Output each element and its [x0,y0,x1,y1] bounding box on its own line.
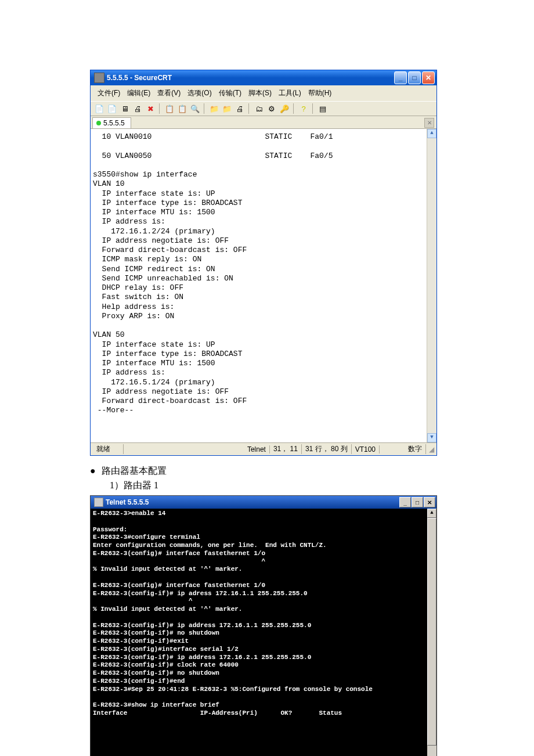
statusbar: 就绪 Telnet 31， 11 31 行， 80 列 VT100 数字 ◢ [91,442,436,455]
status-pos: 31， 11 [270,444,302,454]
minimize-button[interactable]: _ [394,71,407,84]
doc-num-text: 1）路由器 1 [110,480,158,490]
scrollbar[interactable]: ▲▼ [427,129,436,442]
status-ins: 数字 [405,444,426,454]
tb-cancel-icon[interactable]: ✖ [145,103,156,114]
app-icon [94,73,104,83]
tb-session-icon[interactable]: 📁 [209,103,219,114]
scroll-up-icon[interactable]: ▲ [427,129,436,138]
separator-icon [159,103,161,114]
menu-options[interactable]: 选项(O) [184,87,215,99]
tab-label: 5.5.5.5 [103,119,125,127]
tb-key-icon[interactable]: 🔑 [279,103,290,114]
menu-script[interactable]: 脚本(S) [245,87,275,99]
telnet-text: E-R2632-3>enable 14 Password: E-R2632-3#… [93,510,373,717]
tb-disconnect-icon[interactable]: 🖨 [132,103,143,114]
telnet-close-button[interactable]: ✕ [424,497,435,507]
tb-copy-icon[interactable]: 📋 [164,103,175,114]
telnet-terminal[interactable]: E-R2632-3>enable 14 Password: E-R2632-3#… [91,509,436,756]
scroll-up-icon[interactable]: ▲ [427,509,436,518]
doc-bullet-text: 路由器基本配置 [102,466,167,476]
tb-options-icon[interactable]: 📁 [222,103,232,114]
telnet-title: Telnet 5.5.5.5 [106,498,399,506]
separator-icon [293,103,295,114]
tab-close-icon[interactable]: ✕ [424,118,434,128]
menu-view[interactable]: 查看(V) [154,87,184,99]
tb-paste-icon[interactable]: 📋 [177,103,187,114]
menu-help[interactable]: 帮助(H) [305,87,335,99]
separator-icon [248,103,250,114]
scroll-thumb[interactable] [427,518,436,746]
menu-edit[interactable]: 编辑(E) [124,87,154,99]
tb-extra-icon[interactable]: ▤ [317,103,328,114]
telnet-minimize-button[interactable]: _ [399,497,411,507]
telnet-maximize-button[interactable]: □ [412,497,423,507]
menu-file[interactable]: 文件(F) [94,87,124,99]
terminal-output[interactable]: 10 VLAN0010 STATIC Fa0/1 50 VLAN0050 STA… [91,128,436,442]
tb-find-icon[interactable]: 🔍 [190,103,200,114]
status-ready: 就绪 [93,444,124,454]
toolbar: 📄 📄 🖥 🖨 ✖ 📋 📋 🔍 📁 📁 🖨 🗂 ⚙ 🔑 ? ▤ [91,101,436,116]
tb-connect-icon[interactable]: 📄 [94,103,104,114]
menu-tools[interactable]: 工具(L) [275,87,305,99]
titlebar[interactable]: 5.5.5.5 - SecureCRT _ □ ✕ [91,70,436,85]
doc-bullet: 路由器基本配置 [90,465,444,477]
maximize-button[interactable]: □ [408,71,421,84]
tb-quick-icon[interactable]: 📄 [107,103,117,114]
tb-help-icon[interactable]: ? [298,103,309,114]
session-tab[interactable]: 5.5.5.5 [92,117,131,128]
tb-props-icon[interactable]: 🗂 [254,103,264,114]
terminal-text: 10 VLAN0010 STATIC Fa0/1 50 VLAN0050 STA… [93,132,333,415]
doc-numbered: 1）路由器 1 [110,480,444,492]
tabbar: 5.5.5.5 ✕ [91,116,436,128]
tb-reconnect-icon[interactable]: 🖥 [120,103,130,114]
tb-print-icon[interactable]: 🖨 [234,103,245,114]
menu-transfer[interactable]: 传输(T) [215,87,245,99]
status-term: VT100 [352,445,380,453]
telnet-titlebar[interactable]: Telnet 5.5.5.5 _ □ ✕ [91,496,436,509]
menubar: 文件(F) 编辑(E) 查看(V) 选项(O) 传输(T) 脚本(S) 工具(L… [91,85,436,101]
status-proto: Telnet [244,445,270,453]
scroll-down-icon[interactable]: ▼ [427,433,436,442]
telnet-app-icon [94,498,103,507]
tb-settings-icon[interactable]: ⚙ [266,103,277,114]
status-rows: 31 行， 80 列 [302,444,352,454]
window-title: 5.5.5.5 - SecureCRT [107,74,394,82]
separator-icon [204,103,205,114]
close-button[interactable]: ✕ [422,71,435,84]
status-dot-icon [96,121,101,125]
resize-grip-icon[interactable]: ◢ [426,445,434,453]
telnet-window: Telnet 5.5.5.5 _ □ ✕ E-R2632-3>enable 14… [90,495,437,756]
telnet-scrollbar[interactable]: ▲▼ [427,509,436,756]
separator-icon [312,103,314,114]
securecrt-window: 5.5.5.5 - SecureCRT _ □ ✕ 文件(F) 编辑(E) 查看… [90,70,437,456]
